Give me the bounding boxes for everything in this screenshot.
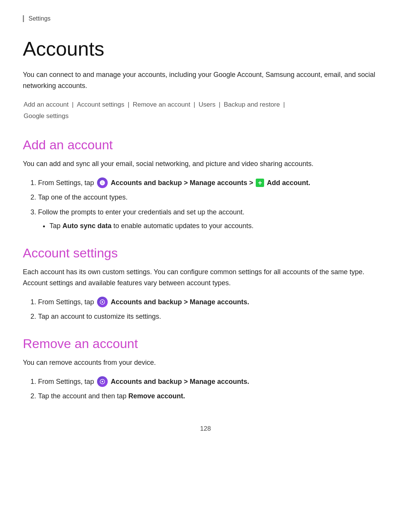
step-3-add-account: Follow the prompts to enter your credent… bbox=[38, 206, 388, 232]
separator-1: | bbox=[70, 101, 75, 108]
settings-icon-3 bbox=[97, 376, 108, 387]
svg-point-2 bbox=[102, 381, 103, 382]
nav-link-backup-restore[interactable]: Backup and restore bbox=[224, 101, 280, 108]
breadcrumb: Settings bbox=[23, 15, 388, 22]
nav-link-users[interactable]: Users bbox=[199, 101, 215, 108]
section-remove-account: Remove an account You can remove account… bbox=[23, 336, 388, 402]
nav-links: Add an account | Account settings | Remo… bbox=[23, 99, 388, 122]
section-title-remove-account: Remove an account bbox=[23, 336, 388, 351]
section-desc-account-settings: Each account has its own custom settings… bbox=[23, 267, 388, 289]
section-title-account-settings: Account settings bbox=[23, 246, 388, 260]
section-desc-remove-account: You can remove accounts from your device… bbox=[23, 357, 388, 368]
intro-paragraph: You can connect to and manage your accou… bbox=[23, 69, 388, 91]
nav-link-google-settings[interactable]: Google settings bbox=[24, 112, 68, 120]
page-number: 128 bbox=[23, 425, 388, 433]
settings-icon-2 bbox=[97, 297, 108, 307]
steps-list-account-settings: From Settings, tap Accounts and backup >… bbox=[23, 296, 388, 323]
separator-4: | bbox=[217, 101, 222, 108]
step-2-account-settings: Tap an account to customize its settings… bbox=[38, 311, 388, 323]
step-2-add-account: Tap one of the account types. bbox=[38, 192, 388, 203]
step-1-add-account: From Settings, tap Accounts and backup >… bbox=[38, 177, 388, 189]
svg-point-0 bbox=[102, 182, 103, 184]
separator-3: | bbox=[192, 101, 197, 108]
page-title: Accounts bbox=[23, 37, 388, 60]
separator-2: | bbox=[126, 101, 131, 108]
nav-link-add-account[interactable]: Add an account bbox=[24, 101, 68, 108]
nav-link-account-settings[interactable]: Account settings bbox=[77, 101, 124, 108]
step-1-remove-account: From Settings, tap Accounts and backup >… bbox=[38, 376, 388, 388]
sub-bullets-add-account: Tap Auto sync data to enable automatic u… bbox=[38, 220, 388, 232]
separator-5: | bbox=[281, 101, 285, 108]
svg-point-1 bbox=[102, 301, 103, 303]
section-title-add-account: Add an account bbox=[23, 137, 388, 152]
steps-list-remove-account: From Settings, tap Accounts and backup >… bbox=[23, 376, 388, 402]
sub-bullet-auto-sync: Tap Auto sync data to enable automatic u… bbox=[49, 220, 388, 232]
step-1-account-settings: From Settings, tap Accounts and backup >… bbox=[38, 296, 388, 308]
steps-list-add-account: From Settings, tap Accounts and backup >… bbox=[23, 177, 388, 232]
settings-icon-1 bbox=[97, 177, 108, 188]
section-account-settings: Account settings Each account has its ow… bbox=[23, 246, 388, 323]
step-2-remove-account: Tap the account and then tap Remove acco… bbox=[38, 390, 388, 402]
nav-link-remove-account[interactable]: Remove an account bbox=[133, 101, 190, 108]
plus-icon-1 bbox=[256, 179, 264, 187]
section-desc-add-account: You can add and sync all your email, soc… bbox=[23, 158, 388, 169]
section-add-account: Add an account You can add and sync all … bbox=[23, 137, 388, 232]
